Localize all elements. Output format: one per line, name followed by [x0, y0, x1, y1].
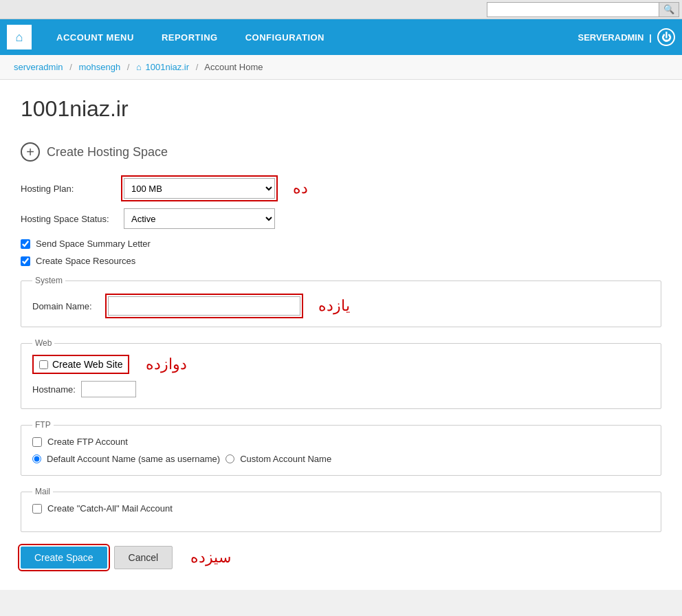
create-website-checkbox[interactable]	[39, 360, 48, 369]
custom-account-radio[interactable]	[226, 454, 234, 463]
main-content: 1001niaz.ir + Create Hosting Space Hosti…	[0, 80, 682, 590]
annotation-buttons: سیزده	[190, 549, 231, 566]
create-mail-checkbox[interactable]	[32, 504, 42, 514]
system-legend: System	[32, 276, 65, 285]
create-space-button[interactable]: Create Space	[21, 547, 107, 569]
mail-section: Mail Create "Catch-All" Mail Account	[21, 487, 661, 532]
domain-name-row: Domain Name: یازده	[32, 296, 650, 316]
button-row: Create Space Cancel سیزده	[21, 546, 661, 569]
custom-account-label: Custom Account Name	[240, 454, 331, 464]
user-area: SERVERADMIN | ⏻	[578, 28, 675, 46]
create-resources-row: Create Space Resources	[21, 256, 661, 266]
hosting-plan-row: Hosting Plan: 100 MB 200 MB 500 MB 1 GB …	[21, 178, 661, 199]
annotation-hosting-plan: ده	[293, 179, 308, 197]
home-icon: ⌂	[136, 62, 142, 72]
annotation-domain: یازده	[318, 297, 350, 315]
web-legend: Web	[32, 338, 54, 348]
create-ftp-checkbox[interactable]	[32, 437, 42, 447]
navbar: ⌂ ACCOUNT MENU REPORTING CONFIGURATION S…	[0, 19, 682, 55]
system-section: System Domain Name: یازده	[21, 276, 661, 327]
home-logo-icon[interactable]: ⌂	[7, 25, 32, 50]
mail-legend: Mail	[32, 487, 53, 496]
domain-name-label: Domain Name:	[32, 301, 101, 311]
domain-name-input[interactable]	[108, 296, 300, 316]
hosting-plan-select[interactable]: 100 MB 200 MB 500 MB 1 GB	[124, 178, 275, 199]
username-label: SERVERADMIN	[578, 32, 644, 43]
create-mail-row: Create "Catch-All" Mail Account	[32, 503, 650, 514]
breadcrumb-current: Account Home	[204, 62, 263, 72]
create-ftp-row: Create FTP Account	[32, 437, 650, 447]
nav-account-menu[interactable]: ACCOUNT MENU	[43, 19, 148, 55]
send-letter-label: Send Space Summary Letter	[36, 239, 151, 249]
create-mail-label: Create "Catch-All" Mail Account	[47, 503, 173, 514]
nav-items: ACCOUNT MENU REPORTING CONFIGURATION	[43, 19, 578, 55]
logout-button[interactable]: ⏻	[657, 28, 675, 46]
search-button[interactable]: 🔍	[659, 3, 679, 16]
hosting-status-label: Hosting Space Status:	[21, 214, 117, 224]
create-hosting-header: + Create Hosting Space	[21, 142, 661, 162]
annotation-website: دوازده	[146, 355, 187, 373]
default-account-label: Default Account Name (same as username)	[47, 454, 220, 464]
breadcrumb-mohsengh[interactable]: mohsengh	[78, 62, 120, 72]
search-input[interactable]	[487, 3, 659, 16]
cancel-button[interactable]: Cancel	[114, 546, 173, 569]
create-resources-label: Create Space Resources	[36, 256, 135, 266]
default-account-radio[interactable]	[32, 454, 41, 463]
ftp-section: FTP Create FTP Account Default Account N…	[21, 420, 661, 476]
hostname-row: Hostname:	[32, 381, 650, 397]
hosting-status-row: Hosting Space Status: Active Suspended	[21, 208, 661, 229]
ftp-legend: FTP	[32, 420, 54, 430]
create-hosting-label: Create Hosting Space	[47, 145, 168, 160]
breadcrumb-domain[interactable]: 1001niaz.ir	[145, 62, 189, 72]
separator: |	[649, 32, 652, 43]
create-website-row: Create Web Site دوازده	[32, 355, 650, 374]
breadcrumb-serveradmin[interactable]: serveradmin	[14, 62, 63, 72]
create-website-outlined: Create Web Site	[32, 355, 129, 374]
send-letter-checkbox[interactable]	[21, 239, 30, 249]
page-title: 1001niaz.ir	[21, 96, 661, 122]
create-resources-checkbox[interactable]	[21, 256, 30, 266]
search-box[interactable]: 🔍	[487, 2, 679, 17]
plus-circle-icon: +	[21, 142, 40, 162]
top-bar: 🔍	[0, 0, 682, 19]
web-section: Web Create Web Site دوازده Hostname:	[21, 338, 661, 409]
breadcrumb: serveradmin / mohsengh / ⌂ 1001niaz.ir /…	[0, 55, 682, 80]
create-website-label: Create Web Site	[52, 359, 122, 370]
create-ftp-label: Create FTP Account	[47, 437, 128, 447]
hostname-label: Hostname:	[32, 384, 76, 395]
nav-reporting[interactable]: REPORTING	[148, 19, 232, 55]
hosting-status-select[interactable]: Active Suspended	[124, 208, 275, 229]
hosting-plan-label: Hosting Plan:	[21, 184, 117, 194]
ftp-account-options: Default Account Name (same as username) …	[32, 454, 650, 464]
hostname-input[interactable]	[81, 381, 136, 397]
nav-configuration[interactable]: CONFIGURATION	[232, 19, 338, 55]
send-letter-row: Send Space Summary Letter	[21, 239, 661, 249]
